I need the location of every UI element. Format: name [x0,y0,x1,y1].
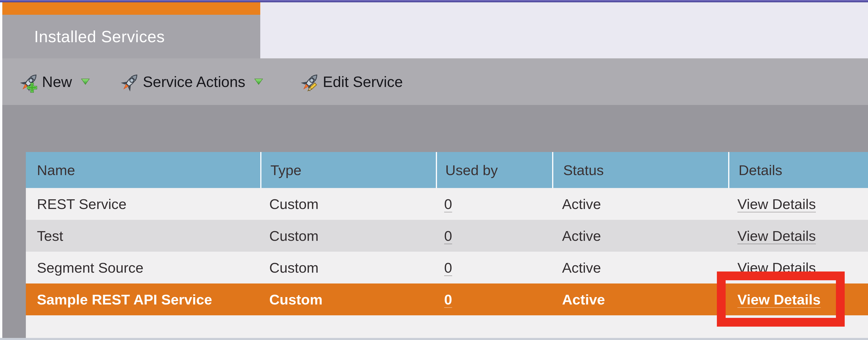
column-header-used-by: Used by [436,152,552,188]
cell-used-by: 0 [436,228,552,244]
cell-details: View Details [728,228,868,244]
cell-status: Active [552,291,728,308]
edit-service-button-label: Edit Service [323,73,403,90]
new-button-label: New [42,73,72,90]
cell-status: Active [552,259,728,276]
cell-details: View Details [728,259,868,276]
cell-name: Test [26,228,260,244]
used-by-count-link[interactable]: 0 [444,260,452,276]
table-row[interactable]: Test Custom 0 Active View Details [26,220,868,252]
tab-installed-services[interactable]: Installed Services [2,2,260,58]
table-row[interactable]: Sample REST API Service Custom 0 Active … [26,283,868,315]
rocket-icon [121,72,141,92]
service-actions-dropdown-caret-icon [254,78,263,85]
tab-active-accent [2,2,260,15]
installed-services-table: Name Type Used by Status Details REST Se… [26,152,868,339]
cell-type: Custom [260,291,436,308]
cell-type: Custom [260,228,436,244]
cell-type: Custom [260,259,436,276]
content-area: Name Type Used by Status Details REST Se… [2,105,868,338]
table-header-row: Name Type Used by Status Details [26,152,868,188]
cell-status: Active [552,228,728,244]
view-details-link[interactable]: View Details [737,196,816,212]
column-header-name: Name [26,152,260,188]
toolbar: New Service Actions [2,58,868,105]
new-dropdown-caret-icon [81,78,90,85]
rocket-plus-icon [20,72,40,92]
table-row[interactable]: REST Service Custom 0 Active View Detail… [26,188,868,220]
column-header-details: Details [728,152,868,188]
table-body: REST Service Custom 0 Active View Detail… [26,188,868,315]
used-by-count-link[interactable]: 0 [444,291,452,307]
used-by-count-link[interactable]: 0 [444,196,452,212]
cell-type: Custom [260,196,436,212]
cell-used-by: 0 [436,259,552,276]
cell-used-by: 0 [436,291,552,308]
cell-name: Segment Source [26,259,260,276]
table-bottom-edge [0,338,868,340]
tab-bar: Installed Services [2,2,868,58]
cell-status: Active [552,196,728,212]
cell-details: View Details [728,291,868,308]
tab-label: Installed Services [34,27,165,46]
service-actions-button-label: Service Actions [143,73,245,90]
cell-name: REST Service [26,196,260,212]
cell-used-by: 0 [436,196,552,212]
table-empty-filler-row [26,315,868,339]
edit-service-button[interactable]: Edit Service [301,58,403,105]
cell-details: View Details [728,196,868,212]
used-by-count-link[interactable]: 0 [444,228,452,244]
left-gutter [0,2,2,340]
view-details-link[interactable]: View Details [737,260,816,276]
view-details-link[interactable]: View Details [737,291,821,307]
service-actions-button[interactable]: Service Actions [121,58,263,105]
column-header-status: Status [552,152,728,188]
view-details-link[interactable]: View Details [737,228,816,244]
table-row[interactable]: Segment Source Custom 0 Active View Deta… [26,252,868,283]
top-accent-bar [0,0,868,2]
rocket-pencil-icon [301,72,320,92]
new-button[interactable]: New [20,58,90,105]
cell-name: Sample REST API Service [26,291,260,308]
column-header-type: Type [260,152,436,188]
